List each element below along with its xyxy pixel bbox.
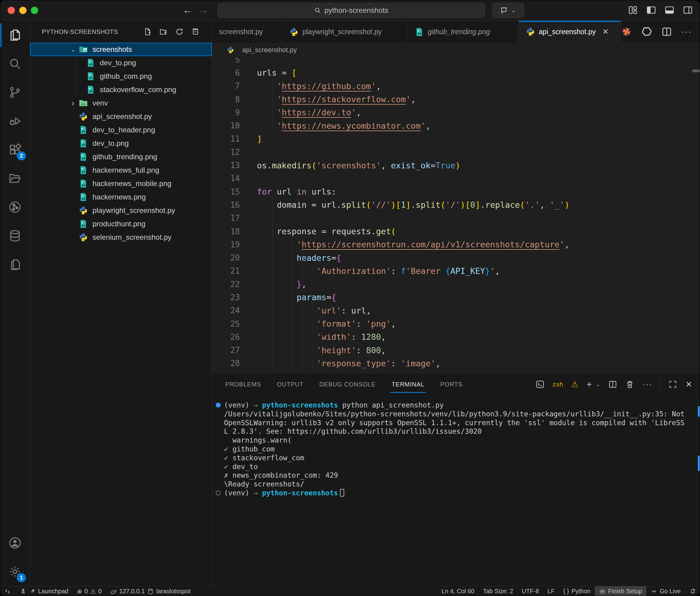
- tree-item-github-trending-png[interactable]: github_trending.png: [30, 150, 212, 163]
- tab-github-trending-png[interactable]: github_trending.png: [408, 21, 519, 43]
- code-line-12[interactable]: 12: [212, 146, 700, 159]
- shell-warning-icon[interactable]: ⚠: [571, 380, 579, 389]
- tree-item-github-com-png[interactable]: github_com.png: [30, 70, 212, 83]
- new-terminal-icon[interactable]: +: [586, 379, 592, 389]
- database-icon[interactable]: [0, 222, 30, 250]
- refresh-icon[interactable]: [175, 27, 184, 36]
- command-center-search[interactable]: python-screenshots: [218, 3, 485, 18]
- maximize-panel-icon[interactable]: [668, 380, 677, 389]
- code-line-21[interactable]: 21 'Authorization': f'Bearer {API_KEY}',: [212, 264, 700, 278]
- tab-api-screenshot-py[interactable]: api_screenshot.py✕: [519, 21, 621, 43]
- panel-tab-ports[interactable]: PORTS: [440, 373, 462, 395]
- minimize-window-button[interactable]: [19, 7, 27, 14]
- cursor-position-item[interactable]: Ln 4, Col 60: [437, 586, 479, 596]
- tree-item-api-screenshot-py[interactable]: api_screenshot.py: [30, 110, 212, 123]
- code-line-28[interactable]: 28 'response_type': 'image',: [212, 357, 700, 370]
- code-line-10[interactable]: 10 'https://news.ycombinator.com',: [212, 119, 700, 132]
- close-panel-icon[interactable]: ✕: [685, 380, 692, 389]
- search-icon[interactable]: [0, 49, 30, 78]
- remote-indicator[interactable]: [0, 586, 16, 596]
- run-debug-icon[interactable]: [0, 107, 30, 135]
- tree-item-hackernews-mobile-png[interactable]: hackernews_mobile.png: [30, 177, 212, 190]
- code-line-5[interactable]: 5: [212, 57, 700, 66]
- tree-item-dev-to-png[interactable]: dev_to.png: [30, 56, 212, 70]
- git-graph-icon[interactable]: [0, 193, 30, 222]
- indentation-item[interactable]: Tab Size: 2: [479, 586, 518, 596]
- code-line-14[interactable]: 14: [212, 172, 700, 185]
- toggle-primary-sidebar-icon[interactable]: [646, 5, 656, 15]
- panel-tab-debug-console[interactable]: DEBUG CONSOLE: [320, 373, 376, 395]
- collapse-folders-icon[interactable]: [191, 27, 200, 36]
- code-line-17[interactable]: 17: [212, 212, 700, 225]
- back-icon[interactable]: ←: [181, 4, 194, 16]
- customize-layout-icon[interactable]: [628, 5, 638, 15]
- encoding-item[interactable]: UTF-8: [518, 586, 544, 596]
- code-line-19[interactable]: 19 'https://screenshotrun.com/api/v1/scr…: [212, 238, 700, 251]
- tree-item-hackernews-full-png[interactable]: hackernews_full.png: [30, 163, 212, 177]
- command-pending-decoration[interactable]: [216, 490, 221, 495]
- starburst-extension-icon[interactable]: [621, 26, 632, 37]
- tab-screenshot-py[interactable]: screenshot.py: [212, 21, 282, 43]
- code-line-15[interactable]: 15for url in urls:: [212, 185, 700, 198]
- shell-name[interactable]: zsh: [553, 381, 563, 388]
- openai-extension-icon[interactable]: [641, 26, 652, 37]
- code-line-26[interactable]: 26 'width': 1280,: [212, 330, 700, 343]
- close-window-button[interactable]: [8, 7, 15, 14]
- code-line-23[interactable]: 23 params={: [212, 291, 700, 304]
- split-terminal-icon[interactable]: [608, 380, 617, 389]
- code-line-22[interactable]: 22 },: [212, 278, 700, 291]
- code-line-8[interactable]: 8 'https://stackoverflow.com',: [212, 93, 700, 106]
- code-line-18[interactable]: 18 response = requests.get(: [212, 225, 700, 238]
- editor-more-actions-icon[interactable]: ···: [681, 27, 692, 36]
- toggle-secondary-sidebar-icon[interactable]: [683, 5, 693, 15]
- code-line-11[interactable]: 11]: [212, 132, 700, 146]
- maximize-window-button[interactable]: [31, 7, 38, 14]
- code-line-7[interactable]: 7 'https://github.com',: [212, 80, 700, 93]
- chevron-right-icon[interactable]: ›: [68, 99, 78, 108]
- tree-item-hackernews-png[interactable]: hackernews.png: [30, 190, 212, 204]
- tree-item-playwright-screenshot-py[interactable]: playwright_screenshot.py: [30, 204, 212, 217]
- notifications-item[interactable]: [685, 586, 700, 596]
- chevron-down-icon[interactable]: ⌄: [68, 46, 78, 53]
- editor-scrollbar[interactable]: [692, 70, 700, 72]
- kill-terminal-icon[interactable]: [625, 380, 634, 389]
- panel-tab-terminal[interactable]: TERMINAL: [392, 373, 424, 395]
- forward-icon[interactable]: →: [197, 4, 210, 16]
- code-line-25[interactable]: 25 'format': 'png',: [212, 317, 700, 330]
- tree-item-producthunt-png[interactable]: producthunt.png: [30, 217, 212, 231]
- command-success-decoration[interactable]: [216, 403, 221, 408]
- pages-icon[interactable]: [0, 250, 30, 279]
- code-line-6[interactable]: 6urls = [: [212, 66, 700, 79]
- code-line-20[interactable]: 20 headers={: [212, 251, 700, 264]
- tree-item-screenshots[interactable]: ⌄screenshots: [30, 43, 212, 56]
- language-item[interactable]: { }Python: [559, 586, 595, 596]
- code-editor[interactable]: 56urls = [7 'https://github.com',8 'http…: [212, 57, 700, 373]
- panel-tab-problems[interactable]: PROBLEMS: [225, 373, 261, 395]
- copilot-chat-button[interactable]: ⌄: [492, 3, 524, 18]
- tree-item-dev-to-png[interactable]: dev_to.png: [30, 137, 212, 150]
- tree-item-dev-to-header-png[interactable]: dev_to_header.png: [30, 123, 212, 137]
- tree-item-venv[interactable]: ›venv: [30, 96, 212, 110]
- tab-playwright-screenshot-py[interactable]: playwright_screenshot.py: [282, 21, 408, 43]
- explorer-icon[interactable]: [0, 21, 30, 49]
- source-control-icon[interactable]: [0, 78, 30, 107]
- go-live-item[interactable]: Go Live: [646, 586, 685, 596]
- split-editor-icon[interactable]: [661, 26, 672, 37]
- eol-item[interactable]: LF: [543, 586, 559, 596]
- launchpad-item[interactable]: Launchpad: [16, 586, 73, 596]
- new-folder-icon[interactable]: [159, 27, 168, 36]
- mysql-connection-item[interactable]: 127.0.0.1 laraslotsspot: [106, 586, 195, 596]
- close-tab-icon[interactable]: ✕: [602, 27, 608, 36]
- code-line-13[interactable]: 13os.makedirs('screenshots', exist_ok=Tr…: [212, 159, 700, 172]
- extensions-icon[interactable]: 2: [0, 135, 30, 164]
- terminal-dropdown-icon[interactable]: ⌄: [596, 381, 600, 388]
- toggle-panel-icon[interactable]: [664, 5, 675, 15]
- panel-more-actions-icon[interactable]: ···: [642, 380, 652, 389]
- breadcrumb[interactable]: api_screenshot.py: [212, 43, 700, 57]
- terminal-output[interactable]: (venv) → python-screenshots python api_s…: [212, 401, 695, 497]
- code-line-27[interactable]: 27 'height': 800,: [212, 344, 700, 357]
- code-line-16[interactable]: 16 domain = url.split('//')[1].split('/'…: [212, 198, 700, 211]
- code-line-24[interactable]: 24 'url': url,: [212, 304, 700, 317]
- account-icon[interactable]: [0, 528, 30, 557]
- code-line-9[interactable]: 9 'https://dev.to',: [212, 106, 700, 119]
